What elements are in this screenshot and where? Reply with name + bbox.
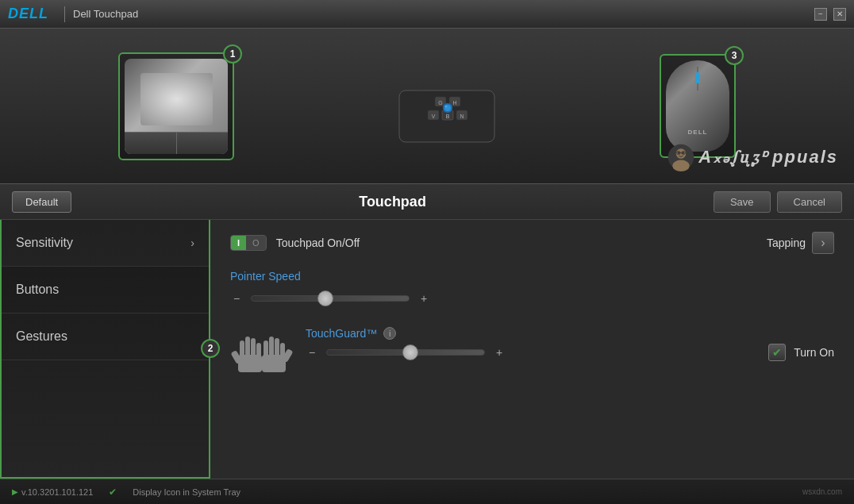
save-button[interactable]: Save [714,191,771,213]
window-controls: − ✕ [814,8,846,21]
keyboard-icon-wrap: G H V B N [375,59,518,154]
tapping-nav[interactable]: Tapping › [767,232,834,254]
svg-point-17 [678,152,680,154]
touchguard-track[interactable] [326,349,485,356]
toggle-row: I O Touchpad On/Off Tapping › [230,232,834,254]
touchguard-controls: TouchGuard™ i − + [306,327,748,379]
sidebar-buttons-label: Buttons [16,283,59,297]
slider-plus-icon: + [417,292,430,305]
hands-svg [230,325,294,380]
mouse-icon: DELL [666,60,729,152]
svg-text:V: V [432,113,436,119]
statusbar: ▶ v.10.3201.101.121 ✔ Display Icon in Sy… [0,479,854,504]
cancel-button[interactable]: Cancel [777,191,842,213]
svg-point-13 [445,105,448,107]
touchguard-header: TouchGuard™ i [306,327,748,340]
touchguard-slider-minus: − [306,346,318,359]
device-number-1: 1 [223,44,242,63]
pointer-speed-track[interactable] [251,295,410,302]
toolbar-actions: Save Cancel [714,191,842,213]
touchpad-left-btn [125,133,177,154]
default-button[interactable]: Default [12,191,71,213]
device-number-3: 3 [725,46,744,65]
toolbar-title: Touchpad [71,194,714,210]
titlebar-divider [64,6,65,22]
main-content: Sensitivity › Buttons Gestures 2 I O Tou… [0,220,854,479]
svg-rect-29 [269,337,274,358]
tapping-label: Tapping [767,237,806,249]
checkmark-icon: ✔ [772,346,782,359]
pointer-speed-slider-row: − + [230,292,834,305]
pointer-speed-thumb[interactable] [317,290,333,306]
touchguard-title: TouchGuard™ [306,327,377,340]
version-triangle-icon: ▶ [12,487,18,496]
svg-rect-32 [262,355,286,372]
touchguard-thumb[interactable] [402,344,418,360]
sidebar-gestures-label: Gestures [16,329,67,344]
titlebar: DELL Dell Touchpad − ✕ [0,0,854,29]
slider-minus-icon: − [230,292,243,305]
svg-point-16 [672,160,690,171]
touchguard-slider-row: − + [306,346,748,359]
touchpad-icon [125,59,228,154]
mouse-scroll [695,72,700,83]
pointer-speed-title: Pointer Speed [230,270,834,283]
sidebar-sensitivity-arrow: › [190,237,194,249]
minimize-button[interactable]: − [814,8,827,21]
svg-rect-26 [238,355,262,372]
touchpad-toggle[interactable]: I O [230,235,267,251]
sidebar: Sensitivity › Buttons Gestures 2 [0,220,210,479]
display-tray-label: Display Icon in System Tray [133,487,240,497]
turn-on-checkbox[interactable]: ✔ [768,344,786,361]
appuals-brand: ppuals [772,147,838,167]
tapping-arrow-button[interactable]: › [812,232,834,254]
sidebar-item-buttons[interactable]: Buttons [2,267,209,314]
mouse-logo-text: DELL [688,129,708,136]
svg-text:B: B [446,113,450,119]
hands-icon [230,325,294,380]
wsxdn-watermark: wsxdn.com [802,487,842,496]
right-panel: I O Touchpad On/Off Tapping › Pointer Sp… [210,220,854,479]
touchpad-buttons [125,132,228,154]
appuals-text: Aₓₔᶘᶙᶚᶛ [698,147,769,167]
touchpad-device[interactable]: 1 [118,52,234,160]
svg-point-18 [683,152,685,154]
sidebar-item-gestures[interactable]: Gestures [2,314,209,360]
touchguard-slider-plus: + [493,346,506,359]
svg-text:G: G [438,100,442,106]
info-text: i [389,329,390,338]
touchguard-section: TouchGuard™ i − + ✔ Turn O [230,325,834,380]
sidebar-sensitivity-label: Sensitivity [16,236,73,250]
appuals-avatar-icon [667,143,695,171]
keyboard-device[interactable]: G H V B N [375,59,518,154]
dell-logo: DELL [8,6,48,22]
version-info: ▶ v.10.3201.101.121 [12,487,93,497]
devices-area: 1 G H V B N [0,29,854,183]
display-check-icon: ✔ [109,487,117,498]
touchpad-box [118,52,234,160]
toolbar: Default Touchpad Save Cancel [0,183,854,220]
touchpad-right-btn [177,133,229,154]
touchpad-onoff-label: Touchpad On/Off [276,237,360,249]
titlebar-title: Dell Touchpad [73,8,814,20]
touchguard-info-icon[interactable]: i [383,327,396,340]
close-button[interactable]: ✕ [833,8,846,21]
toggle-off-state: O [246,236,266,250]
version-text: v.10.3201.101.121 [21,487,93,497]
toggle-on-state: I [231,236,246,250]
appuals-watermark: Aₓₔᶘᶙᶚᶛ ppuals [667,143,838,171]
svg-rect-23 [245,337,250,358]
svg-text:H: H [452,100,456,106]
svg-text:N: N [460,113,464,119]
turn-on-area[interactable]: ✔ Turn On [768,344,834,361]
keyboard-svg: G H V B N [375,59,518,154]
sidebar-number-2: 2 [201,339,220,358]
turn-on-label: Turn On [794,346,834,359]
sidebar-item-sensitivity[interactable]: Sensitivity › [2,220,209,267]
